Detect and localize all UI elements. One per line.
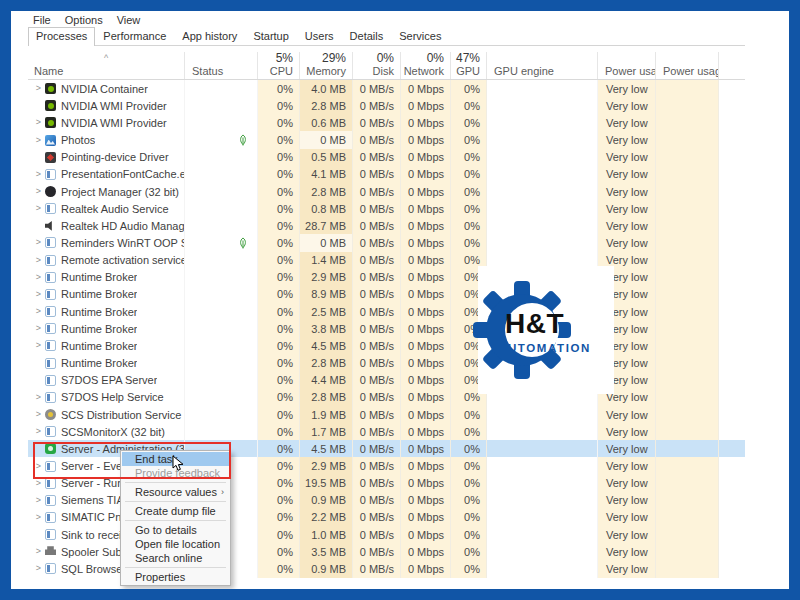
memory-value: 4.5 MB	[300, 337, 353, 354]
table-row[interactable]: >Project Manager (32 bit)0%2.8 MB0 MB/s0…	[28, 183, 745, 200]
table-row[interactable]: >Photos0%0 MB0 MB/s0 Mbps0%Very low	[28, 131, 745, 148]
process-name-cell[interactable]: >Runtime Broker	[28, 320, 185, 337]
column-header-cpu[interactable]: 5% CPU	[258, 52, 300, 79]
table-row[interactable]: >Runtime Broker0%2.9 MB0 MB/s0 Mbps0%Ver…	[28, 269, 745, 286]
expand-chevron-icon[interactable]: >	[32, 290, 45, 299]
table-row[interactable]: >Reminders WinRT OOP Server0%0 MB0 MB/s0…	[28, 234, 745, 251]
tab-users[interactable]: Users	[297, 27, 342, 45]
menu-options[interactable]: Options	[65, 14, 103, 26]
column-header-name[interactable]: ^ Name	[28, 52, 185, 79]
expand-chevron-icon[interactable]: >	[32, 256, 45, 265]
expand-chevron-icon[interactable]: >	[32, 513, 45, 522]
process-name-cell[interactable]: >Reminders WinRT OOP Server	[28, 234, 185, 251]
process-name-cell[interactable]: >Realtek Audio Service	[28, 200, 185, 217]
column-header-network[interactable]: 0% Network	[401, 52, 451, 79]
table-row[interactable]: >Runtime Broker0%4.5 MB0 MB/s0 Mbps0%Ver…	[28, 337, 745, 354]
table-row[interactable]: >Runtime Broker0%2.5 MB0 MB/s0 Mbps0%Ver…	[28, 303, 745, 320]
power-usage-value: Very low	[598, 166, 656, 183]
context-menu-item-search-online[interactable]: Search online	[122, 551, 229, 565]
network-value: 0 Mbps	[401, 200, 451, 217]
expand-chevron-icon[interactable]: >	[32, 427, 45, 436]
app-icon	[45, 529, 56, 540]
expand-chevron-icon[interactable]: >	[32, 547, 45, 556]
expand-chevron-icon[interactable]: >	[32, 136, 45, 145]
expand-chevron-icon[interactable]: >	[32, 118, 45, 127]
expand-chevron-icon[interactable]: >	[32, 341, 45, 350]
process-name-cell[interactable]: >S7DOS Help Service	[28, 389, 185, 406]
table-row[interactable]: >SCS Distribution Service (32 bit)0%1.9 …	[28, 406, 745, 423]
table-row[interactable]: >PresentationFontCache.exe0%4.1 MB0 MB/s…	[28, 166, 745, 183]
expand-chevron-icon[interactable]: >	[32, 187, 45, 196]
column-header-status[interactable]: Status	[185, 52, 258, 79]
process-name-cell[interactable]: >Runtime Broker	[28, 286, 185, 303]
table-row[interactable]: NVIDIA WMI Provider0%2.8 MB0 MB/s0 Mbps0…	[28, 97, 745, 114]
expand-chevron-icon[interactable]: >	[32, 564, 45, 573]
table-row[interactable]: S7DOS EPA Server0%4.4 MB0 MB/s0 Mbps0%Ve…	[28, 372, 745, 389]
tab-services[interactable]: Services	[391, 27, 449, 45]
expand-chevron-icon[interactable]: >	[32, 324, 45, 333]
table-row[interactable]: >Realtek Audio Service0%0.8 MB0 MB/s0 Mb…	[28, 200, 745, 217]
process-name-cell[interactable]: >PresentationFontCache.exe	[28, 166, 185, 183]
tab-startup[interactable]: Startup	[245, 27, 296, 45]
context-menu-item-create-dump-file[interactable]: Create dump file	[122, 504, 229, 518]
status-cell	[185, 200, 258, 217]
table-row[interactable]: >Remote activation service (32 bit)0%1.4…	[28, 252, 745, 269]
process-name-cell[interactable]: NVIDIA WMI Provider	[28, 97, 185, 114]
process-name-cell[interactable]: >SCSMonitorX (32 bit)	[28, 423, 185, 440]
table-row[interactable]: >NVIDIA WMI Provider0%0.6 MB0 MB/s0 Mbps…	[28, 114, 745, 131]
table-row[interactable]: Pointing-device Driver0%0.5 MB0 MB/s0 Mb…	[28, 149, 745, 166]
column-header-memory[interactable]: 29% Memory	[300, 52, 353, 79]
context-menu-item-properties[interactable]: Properties	[122, 570, 229, 584]
expand-chevron-icon[interactable]: >	[32, 238, 45, 247]
process-name-cell[interactable]: >NVIDIA Container	[28, 80, 185, 97]
gpu-engine-value	[487, 166, 598, 183]
context-menu-item-go-to-details[interactable]: Go to details	[122, 523, 229, 537]
process-name-cell[interactable]: Realtek HD Audio Manager	[28, 217, 185, 234]
process-name-cell[interactable]: >Runtime Broker	[28, 337, 185, 354]
process-name-cell[interactable]: S7DOS EPA Server	[28, 372, 185, 389]
column-header-gpu-engine[interactable]: GPU engine	[487, 52, 598, 79]
expand-chevron-icon[interactable]: >	[32, 170, 45, 179]
power-usage-value: Very low	[598, 492, 656, 509]
memory-value: 0.8 MB	[300, 200, 353, 217]
tab-details[interactable]: Details	[342, 27, 392, 45]
tab-app-history[interactable]: App history	[174, 27, 245, 45]
column-header-disk[interactable]: 0% Disk	[353, 52, 401, 79]
filler-cell	[719, 440, 745, 457]
process-name-cell[interactable]: >Runtime Broker	[28, 269, 185, 286]
process-name-cell[interactable]: >Project Manager (32 bit)	[28, 183, 185, 200]
process-name-cell[interactable]: >NVIDIA WMI Provider	[28, 114, 185, 131]
context-menu-item-resource-values[interactable]: Resource values›	[122, 485, 229, 499]
table-row[interactable]: >Runtime Broker0%8.9 MB0 MB/s0 Mbps0%Ver…	[28, 286, 745, 303]
context-menu-item-open-file-location[interactable]: Open file location	[122, 537, 229, 551]
column-header-power-usage-2[interactable]: Power usage	[656, 52, 719, 79]
tab-processes[interactable]: Processes	[28, 27, 95, 46]
process-name-cell[interactable]: Pointing-device Driver	[28, 149, 185, 166]
table-row[interactable]: >S7DOS Help Service0%2.8 MB0 MB/s0 Mbps0…	[28, 389, 745, 406]
expand-chevron-icon[interactable]: >	[32, 204, 45, 213]
expand-chevron-icon[interactable]: >	[32, 479, 45, 488]
menu-file[interactable]: File	[33, 14, 51, 26]
process-name-cell[interactable]: >Runtime Broker	[28, 303, 185, 320]
expand-chevron-icon[interactable]: >	[32, 84, 45, 93]
table-row[interactable]: Runtime Broker0%2.8 MB0 MB/s0 Mbps0%Very…	[28, 355, 745, 372]
process-name-cell[interactable]: >Photos	[28, 131, 185, 148]
table-row[interactable]: >Runtime Broker0%3.8 MB0 MB/s0 Mbps0%Ver…	[28, 320, 745, 337]
menu-view[interactable]: View	[117, 14, 141, 26]
process-name-cell[interactable]: Runtime Broker	[28, 355, 185, 372]
process-name-cell[interactable]: >Remote activation service (32 bit)	[28, 252, 185, 269]
cpu-value: 0%	[258, 355, 300, 372]
expand-chevron-icon[interactable]: >	[32, 496, 45, 505]
table-row[interactable]: >SCSMonitorX (32 bit)0%1.7 MB0 MB/s0 Mbp…	[28, 423, 745, 440]
filler-cell	[719, 543, 745, 560]
table-row[interactable]: Realtek HD Audio Manager0%28.7 MB0 MB/s0…	[28, 217, 745, 234]
table-row[interactable]: >NVIDIA Container0%4.0 MB0 MB/s0 Mbps0%V…	[28, 80, 745, 97]
tab-performance[interactable]: Performance	[95, 27, 174, 45]
column-header-gpu[interactable]: 47% GPU	[451, 52, 487, 79]
expand-chevron-icon[interactable]: >	[32, 273, 45, 282]
expand-chevron-icon[interactable]: >	[32, 410, 45, 419]
expand-chevron-icon[interactable]: >	[32, 307, 45, 316]
expand-chevron-icon[interactable]: >	[32, 393, 45, 402]
process-name-cell[interactable]: >SCS Distribution Service (32 bit)	[28, 406, 185, 423]
column-header-power-usage[interactable]: Power usage	[598, 52, 656, 79]
